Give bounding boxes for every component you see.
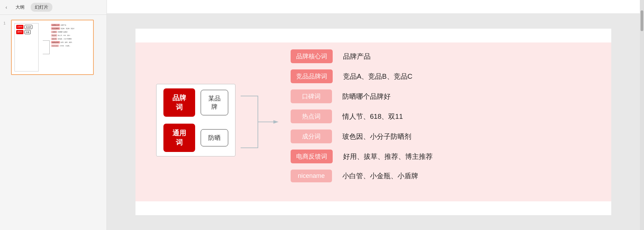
label-text: 小白管、小金瓶、小盾牌 <box>342 171 418 181</box>
label-row: 成分词玻色因、小分子防晒剂 <box>291 130 597 143</box>
back-button[interactable]: ‹ <box>3 4 9 11</box>
pink-tag: 成分词 <box>291 130 332 143</box>
pink-tag: 品牌核心词 <box>291 49 333 63</box>
thumb-generic-btn: 通用词 <box>16 30 23 34</box>
slide-number: 1 <box>3 21 8 25</box>
top-bar <box>107 0 640 14</box>
label-row: 品牌核心词品牌产品 <box>291 49 597 63</box>
thumb-content: 品牌词 某品牌 通用词 防晒 <box>12 20 93 74</box>
label-row: 电商反馈词好用、拔草、推荐、博主推荐 <box>291 150 597 163</box>
slide-thumbnail[interactable]: 品牌词 某品牌 通用词 防晒 <box>11 20 94 75</box>
label-row: 口碑词防晒哪个品牌好 <box>291 89 597 103</box>
generic-name-button[interactable]: 防晒 <box>201 129 228 146</box>
label-text: 情人节、618、双11 <box>342 112 403 121</box>
brand-row: 品牌词 某品牌 <box>163 88 228 117</box>
thumb-right-labels: 品牌核心词 品牌产品 竞品品牌词 竞品A、竞品B、竞品C 口碑词 防晒哪个品牌好 <box>51 23 90 71</box>
label-text: 品牌产品 <box>343 52 371 61</box>
thumb-brand-btn: 品牌词 <box>16 25 23 29</box>
pink-tag: nicename <box>291 170 332 182</box>
slide-view: 品牌词 某品牌 通用词 防晒 <box>107 14 640 230</box>
tab-bar: ‹ 大纲 幻灯片 <box>0 0 107 15</box>
brand-word-button[interactable]: 品牌词 <box>163 88 195 117</box>
left-panel: ‹ 大纲 幻灯片 1 品牌词 某品牌 通用词 <box>0 0 107 230</box>
label-text: 好用、拔草、推荐、博主推荐 <box>343 152 433 161</box>
slide-canvas: 品牌词 某品牌 通用词 防晒 <box>135 29 611 215</box>
label-text: 防晒哪个品牌好 <box>342 92 391 101</box>
thumb-generic-name: 防晒 <box>24 30 31 34</box>
label-row: nicename小白管、小金瓶、小盾牌 <box>291 170 597 182</box>
slide-item[interactable]: 1 品牌词 某品牌 通用词 防晒 <box>3 18 103 76</box>
svg-marker-0 <box>273 120 279 124</box>
pink-tag: 口碑词 <box>291 89 332 103</box>
label-text: 玻色因、小分子防晒剂 <box>342 132 411 141</box>
connector <box>237 89 279 155</box>
label-row: 竞品品牌词竞品A、竞品B、竞品C <box>291 69 597 83</box>
pink-tag: 电商反馈词 <box>291 150 333 163</box>
thumb-brand-name: 某品牌 <box>24 25 32 29</box>
label-row: 热点词情人节、618、双11 <box>291 109 597 123</box>
generic-row: 通用词 防晒 <box>163 124 228 152</box>
generic-word-button[interactable]: 通用词 <box>163 124 195 152</box>
thumb-left-box: 品牌词 某品牌 通用词 防晒 <box>14 23 39 71</box>
scrollbar-thumb <box>641 10 643 31</box>
right-scrollbar[interactable] <box>640 0 644 230</box>
pink-tag: 竞品品牌词 <box>291 69 333 83</box>
left-box-group: 品牌词 某品牌 通用词 防晒 <box>156 84 235 156</box>
pink-tag: 热点词 <box>291 109 332 123</box>
slide-panel: 1 品牌词 某品牌 通用词 防晒 <box>0 15 107 230</box>
right-labels: 品牌核心词品牌产品竞品品牌词竞品A、竞品B、竞品C口碑词防晒哪个品牌好热点词情人… <box>291 49 597 182</box>
main-content: 品牌词 某品牌 通用词 防晒 <box>107 0 640 230</box>
label-text: 竞品A、竞品B、竞品C <box>343 72 412 81</box>
tab-outline[interactable]: 大纲 <box>12 3 28 12</box>
brand-name-button[interactable]: 某品牌 <box>201 90 228 115</box>
tab-slide[interactable]: 幻灯片 <box>31 3 52 12</box>
